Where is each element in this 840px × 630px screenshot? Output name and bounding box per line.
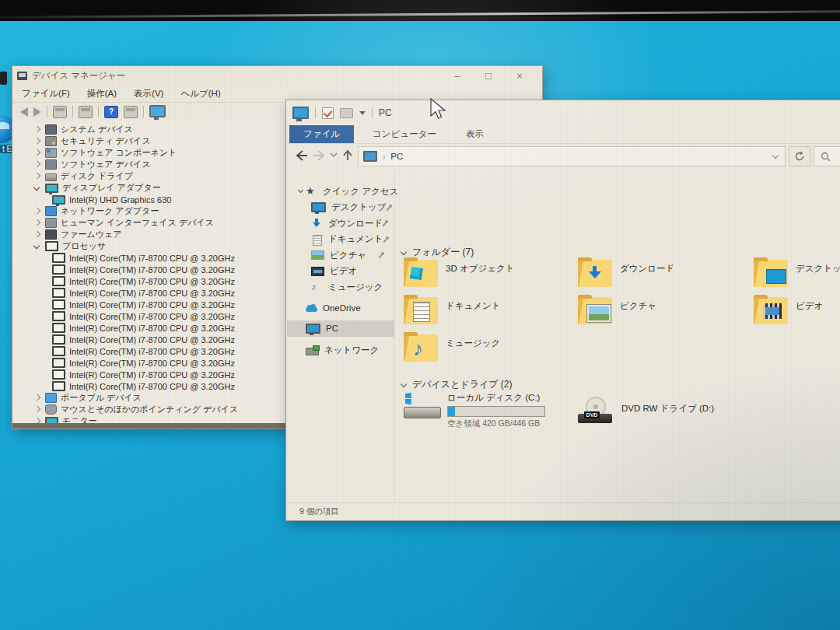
properties-icon[interactable]	[322, 107, 334, 119]
folder-videos[interactable]: ビデオ	[754, 297, 823, 324]
refresh-icon	[794, 151, 805, 162]
chevron-right-icon[interactable]	[33, 231, 40, 238]
dvd-drive-tile[interactable]: DVD DVD RW ドライブ (D:)	[578, 397, 714, 423]
close-button[interactable]: ×	[508, 70, 531, 82]
refresh-button[interactable]	[789, 146, 810, 166]
navigation-pane[interactable]: ★クイック アクセス デスクトップ ダウンロード ドキュメント ピクチャ ビデオ…	[287, 168, 395, 503]
monitors-icon	[45, 417, 58, 424]
maximize-button[interactable]: □	[477, 70, 500, 82]
chevron-down-icon[interactable]	[298, 188, 304, 194]
folder-name: ビデオ	[796, 300, 823, 324]
folder-desktop[interactable]: デスクトップ	[754, 260, 840, 287]
minimize-button[interactable]: –	[446, 70, 469, 82]
customize-quick-access-icon[interactable]	[359, 111, 366, 115]
folder-documents[interactable]: ドキュメント	[404, 297, 501, 324]
system-devices-icon	[45, 124, 57, 135]
software-components-icon	[45, 148, 57, 158]
properties-icon[interactable]	[124, 106, 138, 118]
back-icon[interactable]	[294, 149, 308, 162]
address-dropdown-icon[interactable]	[772, 153, 779, 159]
nav-label: ネットワーク	[324, 345, 379, 356]
tab-view[interactable]: 表示	[455, 125, 495, 143]
tree-item-label: システム デバイス	[61, 124, 133, 135]
back-icon[interactable]	[20, 107, 28, 117]
tab-computer[interactable]: コンピューター	[362, 125, 447, 143]
chevron-right-icon[interactable]	[33, 173, 40, 180]
chevron-right-icon[interactable]	[33, 406, 40, 413]
explorer-titlebar[interactable]: PC	[286, 100, 840, 125]
nav-documents[interactable]: ドキュメント	[287, 232, 394, 248]
menu-action[interactable]: 操作(A)	[87, 88, 117, 100]
nav-onedrive[interactable]: OneDrive	[287, 300, 394, 317]
tree-item-label: Intel(R) Core(TM) i7-8700 CPU @ 3.20GHz	[69, 335, 235, 345]
pc-icon	[292, 107, 309, 119]
chevron-right-icon[interactable]	[33, 208, 40, 215]
forward-icon[interactable]	[313, 149, 327, 162]
local-disk-c-tile[interactable]: ローカル ディスク (C:) 空き領域 420 GB/446 GB	[404, 392, 583, 429]
nav-pc[interactable]: PC	[287, 320, 394, 337]
folder-pictures-icon	[578, 297, 612, 324]
tree-item-label: Intel(R) UHD Graphics 630	[69, 195, 171, 205]
chevron-down-icon[interactable]	[33, 184, 40, 191]
tree-item-label: ネットワーク アダプター	[61, 205, 159, 217]
folder-downloads[interactable]: ダウンロード	[578, 260, 674, 287]
display-adapters-icon	[45, 184, 58, 193]
content-pane[interactable]: フォルダー (7) 3D オブジェクト ダウンロード デスクトップ ドキュメント…	[395, 168, 840, 503]
spacer	[298, 325, 304, 331]
search-input[interactable]	[814, 146, 840, 166]
tree-item-label: ソフトウェア コンポーネント	[61, 147, 177, 159]
nav-label: クイック アクセス	[323, 186, 398, 198]
toolbar-separator	[72, 106, 73, 117]
nav-videos[interactable]: ビデオ	[287, 264, 394, 280]
tree-item-label: Intel(R) Core(TM) i7-8700 CPU @ 3.20GHz	[69, 312, 235, 321]
nav-downloads[interactable]: ダウンロード	[287, 215, 394, 232]
tree-item-label: Intel(R) Core(TM) i7-8700 CPU @ 3.20GHz	[69, 254, 235, 263]
menu-view[interactable]: 表示(V)	[134, 88, 163, 100]
chevron-down-icon[interactable]	[401, 249, 408, 256]
chevron-right-icon[interactable]	[33, 161, 40, 168]
cpu-icon	[52, 346, 65, 356]
portable-devices-icon	[45, 393, 57, 403]
folder-pictures[interactable]: ピクチャ	[578, 297, 656, 324]
tree-item-label: マウスとそのほかのポインティング デバイス	[61, 404, 238, 415]
chevron-right-icon[interactable]	[33, 126, 40, 133]
mouse-cursor	[429, 98, 450, 121]
nav-quick-access[interactable]: ★クイック アクセス	[287, 184, 394, 200]
chevron-right-icon[interactable]	[33, 149, 40, 156]
export-list-icon[interactable]	[79, 106, 93, 118]
chevron-right-icon[interactable]	[33, 219, 40, 226]
menu-help[interactable]: ヘルプ(H)	[180, 88, 220, 100]
folder-music[interactable]: ♪ミュージック	[404, 334, 500, 362]
folder-3d-objects[interactable]: 3D オブジェクト	[404, 260, 515, 287]
forward-icon[interactable]	[33, 107, 41, 117]
show-console-tree-icon[interactable]	[53, 106, 67, 118]
new-folder-icon[interactable]	[340, 108, 353, 118]
pin-icon	[379, 252, 385, 258]
folder-name: ミュージック	[446, 338, 500, 362]
scan-hardware-icon[interactable]	[149, 105, 166, 117]
tree-item-label: モニター	[62, 415, 97, 423]
menu-file[interactable]: ファイル(F)	[22, 88, 70, 100]
address-bar[interactable]: › PC	[358, 146, 786, 166]
recent-locations-icon[interactable]	[330, 152, 338, 159]
drives-section-header[interactable]: デバイスとドライブ (2)	[401, 378, 513, 391]
nav-pictures[interactable]: ピクチャ	[287, 247, 394, 264]
nav-music[interactable]: ♪ミュージック	[287, 279, 394, 296]
chevron-right-icon[interactable]	[33, 394, 40, 401]
folder-name: ドキュメント	[446, 300, 501, 324]
chevron-down-icon[interactable]	[401, 381, 408, 388]
disk-free-space: 空き領域 420 GB/446 GB	[447, 418, 545, 429]
picture-overlay-icon	[587, 305, 611, 322]
device-manager-titlebar[interactable]: デバイス マネージャー – □ ×	[12, 66, 542, 86]
chevron-right-icon[interactable]	[33, 418, 40, 423]
chevron-down-icon[interactable]	[33, 243, 40, 250]
breadcrumb[interactable]: PC	[390, 152, 403, 161]
nav-desktop[interactable]: デスクトップ	[287, 200, 394, 216]
up-icon[interactable]	[342, 149, 353, 162]
chevron-right-icon[interactable]	[33, 138, 40, 145]
documents-icon	[313, 235, 322, 246]
tab-file[interactable]: ファイル	[289, 125, 354, 143]
help-icon[interactable]: ?	[104, 106, 118, 118]
gpu-icon	[52, 195, 65, 205]
nav-network[interactable]: ネットワーク	[287, 343, 394, 359]
